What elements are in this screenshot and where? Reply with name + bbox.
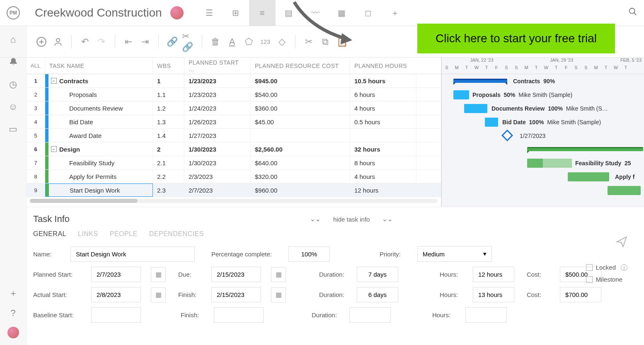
table-row[interactable]: 1 −Contracts 1 1/23/2023 $945.00 10.5 ho…: [27, 74, 441, 88]
table-row[interactable]: 4 Bid Date 1.3 1/26/2023 $45.00 0.5 hour…: [27, 115, 441, 129]
calendar-view-tab[interactable]: ▦: [329, 0, 355, 26]
priority-select[interactable]: Medium▾: [417, 246, 492, 262]
duration-input-3[interactable]: [349, 307, 391, 323]
table-row[interactable]: 8 Apply for Permits 2.2 2/3/2023 $320.00…: [27, 170, 441, 183]
hours-input[interactable]: [473, 267, 514, 282]
cta-banner[interactable]: Click here to start your free trial: [417, 24, 615, 53]
gantt-view-tab[interactable]: ≡: [249, 0, 276, 26]
paste-icon[interactable]: 📋: [335, 35, 349, 48]
number-icon[interactable]: 123: [259, 35, 272, 48]
col-planned-hours[interactable]: PLANNED HOURS: [350, 58, 416, 74]
planned-start-input[interactable]: [91, 267, 141, 282]
tab-dependencies[interactable]: DEPENDENCIES: [149, 230, 204, 238]
tab-people[interactable]: PEOPLE: [110, 230, 138, 238]
col-task-name[interactable]: TASK NAME: [45, 58, 153, 74]
calendar-icon[interactable]: ▦: [271, 267, 286, 282]
task-info-title: Task Info: [33, 214, 70, 224]
collapse-icon[interactable]: −: [51, 146, 57, 152]
portfolio-icon[interactable]: ▭: [9, 124, 17, 135]
cost-cell: $960.00: [251, 183, 350, 197]
locked-checkbox[interactable]: Lockedi: [586, 264, 627, 271]
gantt-day: T: [621, 65, 631, 74]
task-name: Documents Review: [51, 105, 123, 112]
team-icon[interactable]: ☺: [8, 101, 17, 112]
task-flags: Lockedi Milestone: [586, 264, 627, 283]
hours-input-2[interactable]: [473, 287, 514, 302]
assign-icon[interactable]: [51, 35, 65, 48]
table-row[interactable]: 7 Feasibility Study 2.1 1/30/2023 $640.0…: [27, 156, 441, 170]
chevron-down-icon[interactable]: ⌄⌄: [382, 215, 393, 223]
milestone-checkbox[interactable]: Milestone: [586, 276, 627, 283]
table-row[interactable]: 9 Start Design Work 2.3 2/7/2023 $960.00…: [27, 183, 441, 197]
add-task-icon[interactable]: [35, 35, 48, 48]
name-label: Name:: [33, 251, 54, 258]
list-view-tab[interactable]: ☰: [196, 0, 223, 26]
unlink-icon[interactable]: ✂🔗: [182, 35, 195, 48]
hours-input-3[interactable]: [465, 307, 507, 323]
tag-icon[interactable]: ⬠: [242, 35, 255, 48]
project-title[interactable]: Creekwood Construction: [35, 6, 162, 19]
row-number: 1: [27, 74, 45, 87]
add-view-tab[interactable]: ＋: [382, 0, 408, 26]
format-icon[interactable]: A: [225, 35, 239, 48]
wbs-cell: 2.3: [153, 183, 184, 197]
calendar-icon[interactable]: ▦: [151, 267, 166, 282]
grid-scrollbar[interactable]: [30, 199, 438, 203]
copy-icon[interactable]: ⧉: [319, 35, 332, 48]
baseline-start-input[interactable]: [91, 307, 141, 323]
due-input[interactable]: [211, 267, 261, 282]
task-info-panel: Task Info ⌄⌄ hide task info ⌄⌄ GENERAL L…: [27, 207, 644, 331]
notifications-icon[interactable]: 🔔︎: [9, 57, 18, 68]
search-icon[interactable]: [628, 7, 637, 19]
hide-task-info-button[interactable]: hide task info: [333, 216, 370, 223]
hours-cell: 6 hours: [350, 88, 416, 101]
duration-input-2[interactable]: [357, 287, 398, 302]
delete-icon[interactable]: 🗑: [209, 35, 222, 48]
cost-cell: $540.00: [251, 88, 350, 101]
calendar-icon[interactable]: ▦: [271, 287, 286, 302]
tab-links[interactable]: LINKS: [78, 230, 98, 238]
board-view-tab[interactable]: ⊞: [223, 0, 249, 26]
col-wbs[interactable]: WBS: [153, 58, 184, 74]
table-row[interactable]: 5 Award Date 1.4 1/27/2023: [27, 129, 441, 142]
link-icon[interactable]: 🔗: [165, 35, 179, 48]
add-icon[interactable]: ＋: [9, 287, 18, 299]
col-all[interactable]: ALL: [27, 58, 45, 74]
actual-start-input[interactable]: [91, 287, 141, 302]
gantt-chart[interactable]: JAN, 22 '23 JAN, 29 '23 FEB, 5 '23 SMTWT…: [442, 58, 644, 207]
redo-icon[interactable]: ↷: [95, 35, 108, 48]
chevron-down-icon[interactable]: ⌄⌄: [310, 215, 321, 223]
collapse-icon[interactable]: −: [51, 78, 57, 84]
project-avatar[interactable]: [170, 6, 184, 19]
pct-input[interactable]: [288, 246, 330, 262]
hours-cell: 4 hours: [350, 170, 416, 183]
calendar-icon[interactable]: ▦: [151, 287, 166, 302]
table-row[interactable]: 2 Proposals 1.1 1/23/2023 $540.00 6 hour…: [27, 88, 441, 101]
outdent-icon[interactable]: ⇤: [122, 35, 135, 48]
milestone-icon[interactable]: ◇: [275, 35, 288, 48]
send-icon[interactable]: [616, 236, 627, 251]
info-icon[interactable]: i: [621, 264, 627, 271]
file-view-tab[interactable]: ◻: [355, 0, 382, 26]
wbs-cell: 1: [153, 74, 184, 87]
table-row[interactable]: 6 −Design 2 1/30/2023 $2,560.00 32 hours: [27, 142, 441, 156]
table-row[interactable]: 3 Documents Review 1.2 1/24/2023 $360.00…: [27, 101, 441, 115]
activity-view-tab[interactable]: 〰: [302, 0, 329, 26]
col-planned-cost[interactable]: PLANNED RESOURCE COST: [251, 58, 350, 74]
baseline-finish-input[interactable]: [214, 307, 264, 323]
user-avatar[interactable]: [7, 327, 19, 338]
col-planned-start[interactable]: PLANNED START …: [184, 58, 251, 74]
indent-icon[interactable]: ⇥: [138, 35, 152, 48]
undo-icon[interactable]: ↶: [78, 35, 92, 48]
app-logo[interactable]: PM: [7, 6, 20, 19]
finish-input[interactable]: [211, 287, 261, 302]
cut-icon[interactable]: ✂: [302, 35, 315, 48]
sheet-view-tab[interactable]: ▤: [276, 0, 302, 26]
recent-icon[interactable]: ◷: [9, 79, 17, 90]
cost-input-2[interactable]: [560, 287, 601, 302]
name-input[interactable]: [70, 246, 195, 262]
task-name: Design: [59, 146, 80, 153]
tab-general[interactable]: GENERAL: [33, 230, 66, 238]
help-icon[interactable]: ?: [10, 308, 15, 318]
duration-input[interactable]: [357, 267, 398, 282]
